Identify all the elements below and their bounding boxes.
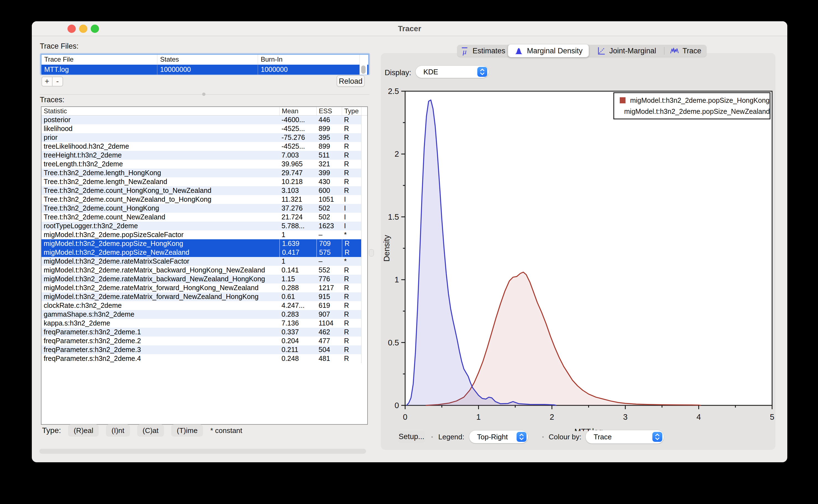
vertical-splitter-handle[interactable] — [369, 249, 374, 256]
table-row[interactable]: migModel.t:h3n2_2deme.rateMatrix_forward… — [41, 283, 367, 292]
scrollbar-lane — [361, 151, 367, 160]
scrollbar-thumb[interactable] — [361, 65, 366, 74]
setup-button[interactable]: Setup... — [398, 431, 425, 443]
ess-cell: 575 — [316, 248, 342, 257]
table-row[interactable]: Tree.t:h3n2_2deme.length_HongKong29.7473… — [41, 169, 367, 177]
type-filter-button[interactable]: (T)ime — [171, 424, 203, 437]
statistic-cell: Tree.t:h3n2_2deme.length_HongKong — [41, 169, 279, 177]
mean-cell: 39.965 — [279, 160, 316, 169]
legend-position-select[interactable]: Top-Right — [469, 431, 528, 443]
column-header[interactable]: Type — [342, 107, 361, 115]
column-header[interactable]: States — [157, 55, 258, 65]
table-row[interactable]: kappa.s:h3n2_2deme7.1361104R — [41, 319, 367, 328]
ess-cell: 776 — [316, 275, 342, 283]
mean-cell: 21.724 — [279, 213, 316, 222]
statistic-cell: migModel.t:h3n2_2deme.popSize_NewZealand — [41, 248, 279, 257]
column-header[interactable]: Burn-In — [258, 55, 360, 65]
scrollbar-lane — [361, 257, 367, 266]
statistic-cell: migModel.t:h3n2_2deme.popSizeScaleFactor — [41, 230, 279, 239]
table-row[interactable]: Tree.t:h3n2_2deme.count_HongKong_to_NewZ… — [41, 186, 367, 195]
table-row[interactable]: treeLikelihood.h3n2_2deme-4525...899R — [41, 142, 367, 151]
trace-files-header[interactable]: Trace FileStatesBurn-In — [41, 55, 368, 65]
table-row[interactable]: freqParameter.s:h3n2_2deme.40.248481R — [41, 354, 367, 363]
tab-marginal-density[interactable]: Marginal Density — [508, 44, 589, 57]
y-tick-label: 0 — [395, 401, 399, 410]
table-row[interactable]: posterior-4600...446R — [41, 115, 367, 124]
kde-density-plot[interactable]: 00.511.522.5012345MTT.logDensity — [382, 86, 780, 431]
column-header[interactable]: ESS — [316, 107, 342, 115]
table-row[interactable]: prior-75.276395R — [41, 133, 367, 142]
table-row[interactable]: migModel.t:h3n2_2deme.rateMatrixScaleFac… — [41, 257, 367, 266]
type-cell: R — [342, 266, 361, 275]
tab-bar: μEstimatesMarginal DensityJoint-Marginal… — [457, 45, 707, 57]
type-cell: R — [342, 301, 361, 310]
scrollbar-lane — [361, 160, 367, 169]
tab-estimates[interactable]: μEstimates — [457, 45, 508, 57]
scrollbar-lane — [361, 337, 367, 345]
statistic-cell: migModel.t:h3n2_2deme.rateMatrix_forward… — [41, 292, 279, 301]
scrollbar-lane[interactable] — [360, 65, 367, 75]
column-header[interactable]: Trace File — [41, 55, 157, 65]
table-row[interactable]: treeHeight.t:h3n2_2deme7.003511R — [41, 151, 367, 160]
type-filter-button[interactable]: (I)nt — [106, 424, 130, 437]
horizontal-scrollbar[interactable] — [39, 449, 366, 454]
table-row[interactable]: likelihood-4525...899R — [41, 124, 367, 133]
display-select[interactable]: KDE — [416, 66, 489, 78]
table-row[interactable]: migModel.t:h3n2_2deme.rateMatrix_backwar… — [41, 275, 367, 283]
scrollbar-lane — [361, 266, 367, 275]
type-cell: R — [342, 310, 361, 319]
traces-header[interactable]: StatisticMeanESSType — [41, 107, 367, 115]
table-row[interactable]: treeLength.t:h3n2_2deme39.965321R — [41, 160, 367, 169]
table-row[interactable]: rootTypeLogger.t:h3n2_2deme5.788...1623I — [41, 222, 367, 230]
table-row[interactable]: migModel.t:h3n2_2deme.rateMatrix_backwar… — [41, 266, 367, 275]
table-row[interactable]: freqParameter.s:h3n2_2deme.10.337462R — [41, 328, 367, 337]
table-row[interactable]: migModel.t:h3n2_2deme.popSizeScaleFactor… — [41, 230, 367, 239]
ess-cell: 1217 — [316, 283, 342, 292]
type-cell: R — [342, 328, 361, 337]
y-axis-label: Density — [382, 235, 391, 262]
mean-cell: -75.276 — [279, 133, 316, 142]
trace-files-table[interactable]: Trace FileStatesBurn-In MTT.log100000001… — [41, 54, 369, 74]
type-filter-button[interactable]: (C)at — [137, 424, 164, 437]
table-row[interactable]: migModel.t:h3n2_2deme.rateMatrix_forward… — [41, 292, 367, 301]
traces-table[interactable]: StatisticMeanESSType posterior-4600...44… — [41, 106, 368, 425]
table-row[interactable]: Tree.t:h3n2_2deme.count_NewZealand_to_Ho… — [41, 195, 367, 204]
table-row[interactable]: Tree.t:h3n2_2deme.count_NewZealand21.724… — [41, 213, 367, 222]
chart-footer-toolbar: Setup... Legend: Top-Right Colour by: Tr… — [398, 430, 659, 444]
tab-joint-marginal[interactable]: Joint-Marginal — [589, 45, 664, 57]
y-tick-label: 1 — [395, 275, 399, 284]
horizontal-splitter-handle[interactable] — [202, 93, 206, 96]
mean-cell: 1 — [279, 257, 316, 266]
table-row[interactable]: clockRate.c:h3n2_2deme4.247...619R — [41, 301, 367, 310]
y-tick-label: 2 — [395, 149, 399, 158]
ess-cell: 481 — [316, 354, 342, 363]
table-row[interactable]: freqParameter.s:h3n2_2deme.20.204477R — [41, 337, 367, 345]
table-row[interactable]: migModel.t:h3n2_2deme.popSize_HongKong1.… — [41, 239, 367, 248]
column-header[interactable]: Mean — [279, 107, 316, 115]
type-cell: R — [342, 345, 361, 354]
table-row[interactable]: Tree.t:h3n2_2deme.length_NewZealand10.21… — [41, 177, 367, 186]
ess-cell: 709 — [316, 239, 342, 248]
type-filter-button[interactable]: (R)eal — [68, 424, 99, 437]
mean-cell: 0.61 — [279, 292, 316, 301]
colour-by-label: Colour by: — [549, 433, 581, 441]
type-label: Type: — [42, 426, 61, 435]
statistic-cell: freqParameter.s:h3n2_2deme.3 — [41, 345, 279, 354]
table-row[interactable]: freqParameter.s:h3n2_2deme.30.211504R — [41, 345, 367, 354]
type-cell: R — [342, 142, 361, 151]
statistic-cell: treeLikelihood.h3n2_2deme — [41, 142, 279, 151]
legend-series-name: migModel.t:h3n2_2deme.popSize_NewZealand — [624, 107, 770, 115]
mean-cell: 0.211 — [279, 345, 316, 354]
reload-button[interactable]: Reload — [337, 75, 365, 87]
table-row[interactable]: gammaShape.s:h3n2_2deme0.283907R — [41, 310, 367, 319]
scrollbar-lane — [361, 275, 367, 283]
trace-file-row[interactable]: MTT.log100000001000000 — [41, 65, 368, 75]
tab-trace[interactable]: Trace — [665, 45, 707, 57]
column-header[interactable]: Statistic — [41, 107, 279, 115]
scrollbar-lane — [361, 354, 367, 363]
table-row[interactable]: Tree.t:h3n2_2deme.count_HongKong37.27650… — [41, 204, 367, 213]
add-trace-file-button[interactable]: + — [41, 77, 52, 86]
table-row[interactable]: migModel.t:h3n2_2deme.popSize_NewZealand… — [41, 248, 367, 257]
colour-by-select[interactable]: Trace — [586, 430, 664, 443]
remove-trace-file-button[interactable]: - — [52, 77, 63, 86]
